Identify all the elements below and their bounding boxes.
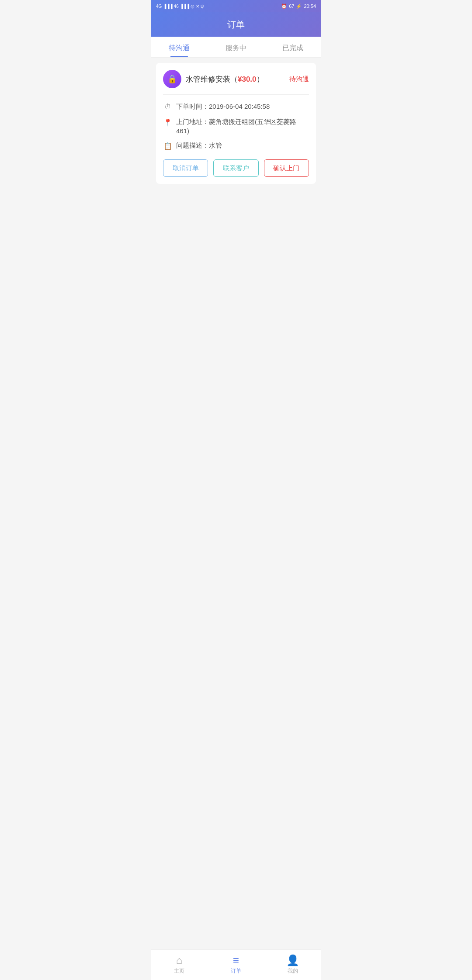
tab-in-service[interactable]: 服务中 (208, 37, 264, 57)
clock-info-icon: ⏱ (163, 102, 173, 112)
main-content: 🔒 水管维修安装（¥30.0） 待沟通 ⏱ 下单时间：2019-06-04 20… (151, 58, 321, 320)
order-title-wrap: 🔒 水管维修安装（¥30.0） (163, 70, 264, 88)
tab-completed[interactable]: 已完成 (264, 37, 321, 57)
order-title: 水管维修安装（¥30.0） (186, 74, 264, 84)
page-title: 订单 (227, 19, 245, 31)
cancel-order-button[interactable]: 取消订单 (163, 159, 208, 177)
battery-icon: ⚡ (296, 3, 302, 9)
order-address-text: 上门地址：菱角塘搬迁组团(五华区茭菱路461) (176, 117, 309, 135)
order-time-row: ⏱ 下单时间：2019-06-04 20:45:58 (163, 102, 309, 112)
usb-icon: ψ (201, 4, 204, 9)
order-description-row: 📋 问题描述：水管 (163, 141, 309, 151)
hotspot-icon: ◎ (191, 4, 194, 9)
signal-bars2: ▐▐▐ (180, 4, 189, 9)
order-time-text: 下单时间：2019-06-04 20:45:58 (176, 102, 309, 111)
order-address-row: 📍 上门地址：菱角塘搬迁组团(五华区茭菱路461) (163, 117, 309, 135)
order-info: ⏱ 下单时间：2019-06-04 20:45:58 📍 上门地址：菱角塘搬迁组… (163, 102, 309, 151)
battery-level: 67 (289, 3, 294, 9)
status-right: ⏰ 67 ⚡ 20:54 (281, 3, 316, 9)
order-header: 🔒 水管维修安装（¥30.0） 待沟通 (163, 70, 309, 95)
contact-customer-button[interactable]: 联系客户 (213, 159, 258, 177)
order-action-buttons: 取消订单 联系客户 确认上门 (163, 158, 309, 177)
order-price: ¥30.0 (238, 75, 257, 83)
tabs-container: 待沟通 服务中 已完成 (151, 37, 321, 58)
order-card: 🔒 水管维修安装（¥30.0） 待沟通 ⏱ 下单时间：2019-06-04 20… (156, 63, 316, 184)
wifi-signal: 46 (174, 4, 179, 9)
order-type-icon: 🔒 (163, 70, 181, 88)
confirm-visit-button[interactable]: 确认上门 (264, 159, 309, 177)
status-left: 4G ▐▐▐ 46 ▐▐▐ ◎ ✕ ψ (156, 4, 204, 9)
order-status-badge: 待沟通 (289, 75, 309, 83)
order-description-text: 问题描述：水管 (176, 141, 309, 150)
note-icon: 📋 (163, 141, 173, 151)
status-bar: 4G ▐▐▐ 46 ▐▐▐ ◎ ✕ ψ ⏰ 67 ⚡ 20:54 (151, 0, 321, 12)
signal-bars: ▐▐▐ (163, 4, 172, 9)
page-header: 订单 (151, 12, 321, 37)
alarm-icon: ✕ (196, 4, 199, 9)
signal-text: 4G (156, 4, 162, 9)
location-icon: 📍 (163, 117, 173, 127)
tab-pending[interactable]: 待沟通 (151, 37, 208, 57)
time-display: 20:54 (304, 3, 316, 9)
clock-icon: ⏰ (281, 3, 287, 9)
